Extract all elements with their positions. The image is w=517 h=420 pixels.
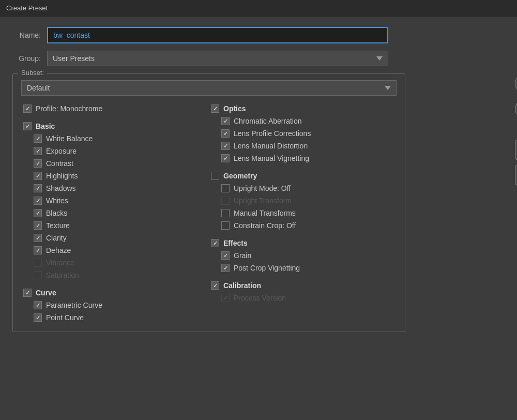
checkbox-vibrance	[34, 259, 42, 267]
check-item-contrast[interactable]: Contrast	[21, 158, 209, 169]
check-label-contrast: Contrast	[46, 159, 73, 168]
checkbox-upright-transform	[221, 197, 230, 205]
right-buttons: OK Cancel Check All Check None	[515, 73, 517, 185]
checkbox-clarity[interactable]	[34, 234, 42, 242]
checkbox-dehaze[interactable]	[34, 246, 42, 254]
checkbox-parametric-curve[interactable]	[34, 301, 42, 309]
check-item-parametric-curve[interactable]: Parametric Curve	[21, 299, 209, 311]
check-item-curve[interactable]: Curve	[21, 287, 209, 298]
group-label: Group:	[12, 54, 41, 63]
check-label-blacks: Blacks	[46, 209, 67, 217]
check-label-highlights: Highlights	[46, 172, 78, 180]
checkbox-lens-manual-distortion[interactable]	[221, 142, 230, 150]
check-label-lens-manual-distortion: Lens Manual Distortion	[234, 142, 308, 150]
subset-select[interactable]: Default	[21, 80, 397, 96]
check-item-manual-transforms[interactable]: Manual Transforms	[209, 207, 397, 219]
check-label-grain: Grain	[234, 251, 251, 260]
checkbox-lens-profile-corrections[interactable]	[221, 129, 230, 138]
check-item-point-curve[interactable]: Point Curve	[21, 312, 209, 323]
check-item-effects[interactable]: Effects	[209, 237, 397, 249]
check-label-clarity: Clarity	[46, 234, 67, 242]
check-item-clarity[interactable]: Clarity	[21, 232, 209, 244]
left-column: Profile: MonochromeBasicWhite BalanceExp…	[21, 103, 209, 323]
check-label-vibrance: Vibrance	[46, 259, 74, 267]
title-label: Create Preset	[6, 4, 48, 12]
check-item-blacks[interactable]: Blacks	[21, 207, 209, 219]
check-item-dehaze[interactable]: Dehaze	[21, 245, 209, 256]
checkboxes-grid: Profile: MonochromeBasicWhite BalanceExp…	[21, 103, 397, 323]
ok-button[interactable]: OK	[515, 73, 517, 94]
check-item-texture[interactable]: Texture	[21, 220, 209, 231]
checkbox-geometry[interactable]	[211, 172, 219, 180]
check-item-shadows[interactable]: Shadows	[21, 183, 209, 194]
check-item-white-balance[interactable]: White Balance	[21, 133, 209, 144]
checkbox-white-balance[interactable]	[34, 134, 42, 143]
checkbox-contrast[interactable]	[34, 159, 42, 168]
checkbox-shadows[interactable]	[34, 184, 42, 192]
check-item-optics[interactable]: Optics	[209, 103, 397, 114]
subset-box: Subset: Default Profile: MonochromeBasic…	[12, 73, 405, 332]
checkbox-curve[interactable]	[23, 289, 32, 297]
check-label-basic: Basic	[36, 122, 55, 130]
checkbox-process-version	[221, 294, 230, 302]
check-label-post-crop-vignetting: Post Crop Vignetting	[234, 264, 300, 272]
checkbox-grain[interactable]	[221, 251, 230, 260]
left-area: Subset: Default Profile: MonochromeBasic…	[12, 73, 405, 332]
name-label: Name:	[12, 31, 41, 39]
check-item-highlights[interactable]: Highlights	[21, 170, 209, 182]
check-label-texture: Texture	[46, 221, 70, 230]
check-label-calibration: Calibration	[223, 281, 261, 290]
check-item-lens-manual-distortion[interactable]: Lens Manual Distortion	[209, 140, 397, 152]
checkbox-upright-mode[interactable]	[221, 184, 230, 192]
check-item-process-version: Process Version	[209, 292, 397, 304]
check-item-post-crop-vignetting[interactable]: Post Crop Vignetting	[209, 262, 397, 274]
check-item-calibration[interactable]: Calibration	[209, 280, 397, 291]
check-item-lens-profile-corrections[interactable]: Lens Profile Corrections	[209, 128, 397, 139]
group-select[interactable]: User Presets	[47, 51, 388, 66]
name-input[interactable]	[47, 27, 388, 43]
check-item-grain[interactable]: Grain	[209, 250, 397, 261]
check-label-optics: Optics	[223, 104, 246, 113]
checkbox-highlights[interactable]	[34, 172, 42, 180]
checkbox-effects[interactable]	[211, 239, 219, 247]
check-label-saturation: Saturation	[46, 271, 79, 279]
check-label-chromatic-aberration: Chromatic Aberration	[234, 117, 302, 125]
check-item-chromatic-aberration[interactable]: Chromatic Aberration	[209, 115, 397, 127]
checkbox-whites[interactable]	[34, 197, 42, 205]
check-item-basic[interactable]: Basic	[21, 121, 209, 132]
check-item-lens-manual-vignetting[interactable]: Lens Manual Vignetting	[209, 153, 397, 164]
check-label-curve: Curve	[36, 289, 56, 297]
cancel-button[interactable]: Cancel	[515, 99, 517, 119]
check-label-manual-transforms: Manual Transforms	[234, 209, 296, 217]
checkbox-lens-manual-vignetting[interactable]	[221, 154, 230, 162]
check-label-effects: Effects	[223, 239, 248, 247]
check-item-exposure[interactable]: Exposure	[21, 145, 209, 157]
check-item-upright-mode[interactable]: Upright Mode: Off	[209, 183, 397, 194]
checkbox-post-crop-vignetting[interactable]	[221, 264, 230, 272]
check-item-whites[interactable]: Whites	[21, 195, 209, 206]
checkbox-profile-monochrome[interactable]	[23, 104, 32, 113]
checkbox-basic[interactable]	[23, 122, 32, 130]
check-item-geometry[interactable]: Geometry	[209, 170, 397, 182]
group-row: Group: User Presets	[12, 51, 505, 66]
checkbox-calibration[interactable]	[211, 281, 219, 290]
checkbox-chromatic-aberration[interactable]	[221, 117, 230, 125]
check-label-upright-transform: Upright Transform	[234, 197, 292, 205]
check-all-button[interactable]: Check All	[515, 140, 517, 160]
checkbox-constrain-crop[interactable]	[221, 221, 230, 230]
check-item-saturation: Saturation	[21, 269, 209, 281]
checkbox-texture[interactable]	[34, 221, 42, 230]
checkbox-blacks[interactable]	[34, 209, 42, 217]
checkbox-optics[interactable]	[211, 104, 219, 113]
check-item-constrain-crop[interactable]: Constrain Crop: Off	[209, 220, 397, 231]
dialog-body: Name: Group: User Presets Subset: Defaul…	[0, 17, 517, 342]
check-label-constrain-crop: Constrain Crop: Off	[234, 221, 296, 230]
check-label-process-version: Process Version	[234, 294, 286, 302]
checkbox-point-curve[interactable]	[34, 313, 42, 322]
checkbox-exposure[interactable]	[34, 147, 42, 155]
checkbox-manual-transforms[interactable]	[221, 209, 230, 217]
check-item-profile-monochrome[interactable]: Profile: Monochrome	[21, 103, 209, 114]
check-label-parametric-curve: Parametric Curve	[46, 301, 102, 309]
check-none-button[interactable]: Check None	[515, 165, 517, 185]
main-area: Subset: Default Profile: MonochromeBasic…	[12, 73, 505, 332]
